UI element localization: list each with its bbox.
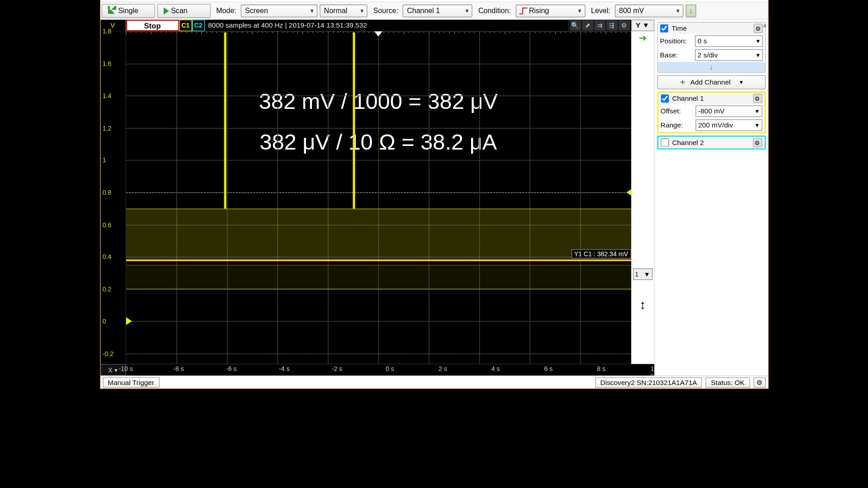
range-input[interactable]: 200 mV/div▾ — [695, 119, 762, 131]
drag-handle-icon[interactable]: ↕ — [639, 297, 646, 312]
condition-select[interactable]: Rising▼ — [515, 4, 585, 17]
trigger-mode-select[interactable]: Normal▼ — [320, 4, 368, 17]
base-input[interactable]: 2 s/div▾ — [695, 49, 763, 61]
sidebar: ▴ Time ⚙ Position: 0 s▾ Base: 2 s/div▾ ↓ — [654, 19, 768, 375]
source-label: Source: — [370, 7, 401, 15]
range-label: Range: — [660, 121, 693, 129]
channel2-panel: Channel 2 ⚙ — [657, 136, 765, 150]
level-spinner[interactable]: ↓ — [686, 4, 696, 17]
level-input[interactable]: 800 mV▼ — [615, 4, 683, 17]
cursor-select[interactable]: 1▼ — [632, 268, 652, 280]
manual-trigger-button[interactable]: Manual Trigger — [103, 377, 160, 387]
plot-right-gutter: ➜ 1▼ ↕ — [631, 31, 654, 364]
channel2-badge[interactable]: C2 — [192, 19, 204, 31]
device-info[interactable]: Discovery2 SN:210321A1A71A — [595, 377, 702, 387]
offset-input[interactable]: -800 mV▾ — [695, 105, 762, 117]
channel2-checkbox[interactable] — [660, 138, 669, 146]
toolbar: Single Scan Mode: Screen▼ Normal▼ Source… — [100, 2, 768, 19]
waveform-canvas[interactable]: 382 mV / 1000 = 382 μV 382 μV / 10 Ω = 3… — [126, 31, 631, 364]
cursor-readout: Y1 C1 : 382.34 mV — [571, 249, 631, 259]
position-label: Position: — [660, 37, 693, 45]
mode-select[interactable]: Screen▼ — [241, 4, 317, 17]
channel1-panel: Channel 1 ⚙ Offset: -800 mV▾ Range: 200 … — [657, 92, 765, 133]
plot-area: V Stop C1 C2 8000 samples at 400 Hz | 20… — [100, 19, 654, 375]
tool-icon[interactable]: ⇉ — [594, 20, 605, 31]
plot-tools: 🔍 ⬈ ⇉ ⇶ ⚙ — [568, 19, 631, 31]
scope-menubar: File Control View Window — [100, 0, 768, 2]
level-label: Level: — [588, 7, 613, 15]
condition-label: Condition: — [475, 7, 513, 15]
source-select[interactable]: Channel 1▼ — [403, 4, 472, 17]
position-input[interactable]: 0 s▾ — [695, 35, 763, 47]
base-label: Base: — [660, 51, 693, 59]
time-label: Time — [671, 24, 687, 33]
plus-icon: ＋ — [679, 77, 687, 87]
x-axis: X ▾ -10 s-8 s-6 s-4 s-2 s0 s2 s4 s6 s8 s… — [100, 364, 654, 376]
y-axis-button[interactable]: Y ▼ — [631, 19, 654, 31]
time-expander[interactable]: ↓ — [658, 62, 765, 72]
zoom-icon[interactable]: 🔍 — [570, 20, 581, 31]
channel1-checkbox[interactable] — [660, 94, 669, 103]
channel2-label: Channel 2 — [672, 138, 704, 146]
single-icon — [108, 6, 116, 16]
stop-button[interactable]: Stop — [126, 19, 179, 31]
time-checkbox[interactable] — [660, 24, 668, 33]
add-channel-button[interactable]: ＋ Add Channel ▼ — [657, 75, 765, 89]
expand-icon[interactable]: ➜ — [639, 33, 646, 43]
status-info: Status: OK — [706, 377, 750, 387]
tool-icon[interactable]: ⬈ — [582, 20, 594, 31]
scan-button[interactable]: Scan — [157, 4, 210, 18]
gear-icon[interactable]: ⚙ — [753, 377, 765, 387]
y-axis: -0.200.20.40.60.811.21.41.61.8 — [100, 31, 126, 364]
mode-label: Mode: — [213, 7, 239, 15]
gear-icon[interactable]: ⚙ — [753, 138, 762, 147]
acquisition-info: 8000 samples at 400 Hz | 2019-07-14 13:5… — [205, 19, 568, 31]
channel1-badge[interactable]: C1 — [179, 19, 192, 31]
gear-icon[interactable]: ⚙ — [618, 20, 630, 31]
single-button[interactable]: Single — [101, 4, 155, 18]
app-window: W WaveForms (new workspace) ─ ☐ ✕ Worksp… — [99, 0, 768, 389]
tool-icon[interactable]: ⇶ — [606, 20, 618, 31]
collapse-icon[interactable]: ▴ — [763, 21, 767, 29]
channel1-label: Channel 1 — [672, 94, 704, 103]
statusbar: Manual Trigger Discovery2 SN:210321A1A71… — [100, 375, 768, 388]
time-panel: Time ⚙ Position: 0 s▾ Base: 2 s/div▾ ↓ — [657, 22, 765, 73]
rising-edge-icon — [519, 7, 528, 15]
play-icon — [163, 7, 169, 14]
gear-icon[interactable]: ⚙ — [753, 94, 762, 103]
gear-icon[interactable]: ⚙ — [753, 23, 763, 33]
offset-label: Offset: — [660, 107, 693, 115]
